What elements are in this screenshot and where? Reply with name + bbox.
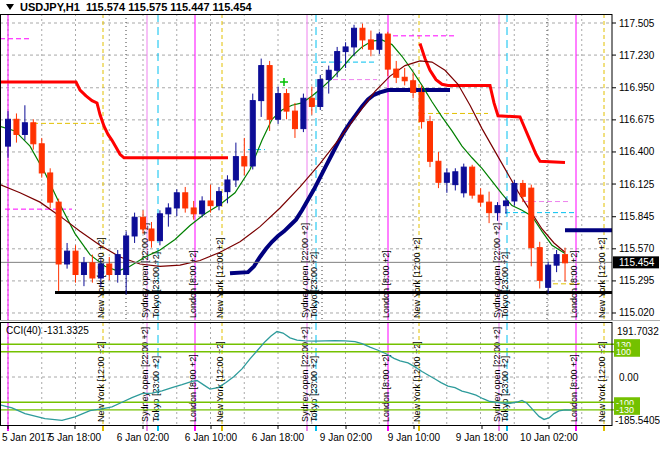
- candle-up: [554, 250, 559, 272]
- plus-marker: [280, 78, 288, 86]
- session-label: New York [12:00 +2]: [412, 237, 422, 318]
- candle-up: [132, 213, 137, 243]
- symbol-period-label: USDJPY,H1: [20, 1, 80, 13]
- session-label: New York [12:00 +2]: [215, 237, 225, 318]
- price-axis-label: 117.230: [619, 50, 655, 61]
- cci-indicator-label: CCI(40) -131.3325: [6, 325, 89, 336]
- candle-down: [385, 32, 390, 76]
- cci-level-badge-text: -130: [616, 405, 634, 415]
- candle-down: [428, 116, 433, 167]
- session-label: New York [12:00 +2]: [597, 237, 607, 318]
- candle-up: [335, 47, 340, 77]
- candle-down: [284, 89, 289, 119]
- candle-down: [436, 152, 441, 188]
- price-axis-label: 115.295: [619, 275, 655, 286]
- candle-up: [250, 94, 255, 170]
- candle-up: [166, 203, 171, 226]
- candle-down: [478, 188, 483, 207]
- time-axis-label: 5 Jan 18:00: [49, 432, 102, 443]
- candle-down: [48, 168, 53, 208]
- candle-up: [301, 94, 306, 133]
- candle-down: [107, 257, 112, 280]
- session-label: London [8:00 +2]: [381, 250, 391, 318]
- candle-up: [157, 210, 162, 245]
- candle-up: [546, 262, 551, 294]
- candle-down: [394, 61, 399, 83]
- candle-down: [14, 113, 19, 142]
- candle-down: [470, 165, 475, 199]
- time-axis-label: 6 Jan 02:00: [117, 432, 170, 443]
- time-axis-label: 5 Jan 2017: [2, 432, 52, 443]
- candle-up: [352, 25, 357, 57]
- candle-down: [183, 187, 188, 213]
- session-label: Tokyo [23:00 +2]: [500, 356, 510, 422]
- price-axis-label: 115.845: [619, 211, 655, 222]
- candle-up: [461, 164, 466, 198]
- candle-up: [65, 243, 70, 269]
- candle-up: [444, 168, 449, 193]
- candle-up: [22, 105, 27, 140]
- cci-line: [0, 332, 572, 421]
- candle-up: [233, 143, 238, 187]
- price-axis-label: 116.400: [619, 146, 655, 157]
- candle-down: [537, 242, 542, 289]
- trading-chart-window: USDJPY,H1 115.574 115.575 115.447 115.45…: [0, 0, 660, 450]
- price-axis-label: 116.675: [619, 114, 655, 125]
- candle-up: [174, 189, 179, 216]
- candle-up: [6, 111, 11, 158]
- candle-down: [208, 185, 213, 213]
- candle-up: [259, 59, 264, 117]
- time-axis-label: 6 Jan 18:00: [252, 432, 305, 443]
- price-axis-label: 117.505: [619, 18, 655, 29]
- cci-max-label: 191.7032: [617, 326, 659, 337]
- time-axis-label: 6 Jan 10:00: [185, 432, 238, 443]
- session-label: London [8:00 +2]: [188, 354, 198, 422]
- price-axis-label: 115.020: [619, 307, 655, 318]
- candle-down: [402, 68, 407, 86]
- time-axis-label: 9 Jan 18:00: [456, 432, 509, 443]
- price-axis-label: 115.570: [619, 243, 655, 254]
- chart-canvas[interactable]: New York [12:00 +2]New York [12:00 +2]Sy…: [0, 0, 660, 450]
- candle-up: [81, 257, 86, 286]
- candle-down: [529, 185, 534, 267]
- candle-down: [309, 87, 314, 115]
- price-axis-label: 116.125: [619, 179, 655, 190]
- time-axis-label: 9 Jan 02:00: [320, 432, 373, 443]
- candle-down: [487, 192, 492, 224]
- candle-down: [368, 31, 373, 57]
- chart-title-bar: USDJPY,H1 115.574 115.575 115.447 115.45…: [0, 0, 660, 14]
- candle-up: [276, 87, 281, 124]
- candle-up: [512, 180, 517, 206]
- price-axis-label: 116.950: [619, 82, 655, 93]
- stop-line-upper: [420, 43, 565, 162]
- candle-down: [73, 245, 78, 282]
- cci-level-badge-text: 100: [616, 347, 631, 357]
- session-lines-layer: New York [12:00 +2]New York [12:00 +2]Sy…: [8, 14, 607, 431]
- time-axis-label: 10 Jan 02:00: [520, 432, 578, 443]
- session-label: London [8:00 +2]: [381, 354, 391, 422]
- session-label: Tokyo [23:00 +2]: [500, 252, 510, 318]
- candle-down: [242, 138, 247, 175]
- candle-up: [453, 168, 458, 190]
- cci-zero-label: 0.00: [619, 372, 639, 383]
- candle-up: [326, 66, 331, 94]
- session-label: London [8:00 +2]: [188, 250, 198, 318]
- cci-min-label: -185.5405: [615, 415, 660, 426]
- candle-down: [90, 255, 95, 283]
- candle-down: [411, 73, 416, 99]
- current-price-badge-text: 115.454: [619, 257, 655, 268]
- ohlc-quotes-label: 115.574 115.575 115.447 115.454: [86, 1, 252, 13]
- session-label: Tokyo [23:00 +2]: [151, 356, 161, 422]
- dropdown-arrow-icon[interactable]: [6, 4, 14, 10]
- candle-down: [520, 180, 525, 202]
- session-label: Tokyo [23:00 +2]: [309, 252, 319, 318]
- time-axis-label: 9 Jan 10:00: [388, 432, 441, 443]
- session-label: Tokyo [23:00 +2]: [309, 356, 319, 422]
- candle-up: [225, 175, 230, 203]
- candle-down: [31, 119, 36, 149]
- session-label: Sydney open [22:00 +2]: [140, 327, 150, 422]
- candle-up: [124, 231, 129, 294]
- candle-up: [377, 32, 382, 54]
- candle-up: [318, 75, 323, 110]
- candle-up: [115, 250, 120, 283]
